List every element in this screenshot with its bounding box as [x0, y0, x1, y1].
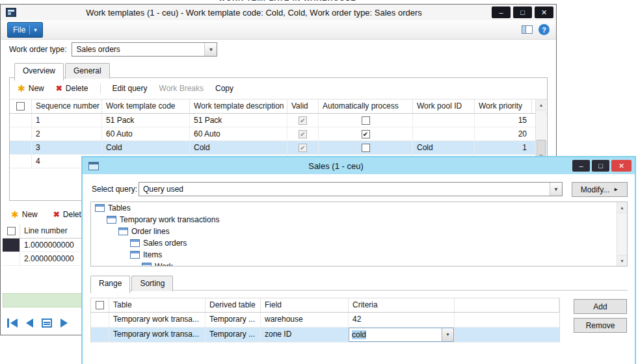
column-header-automatically-process[interactable]: Automatically process — [319, 99, 413, 113]
minimize-button[interactable]: – — [492, 6, 511, 18]
table-row-selected[interactable]: Temporary work transa... Temporary ... z… — [91, 328, 559, 343]
row-selector-cell[interactable] — [3, 239, 20, 252]
table-row-selected[interactable]: 3 Cold Cold ✔ Cold 1 — [10, 141, 547, 155]
scroll-up-icon[interactable]: ▲ — [536, 99, 546, 110]
select-all-cell[interactable] — [10, 99, 32, 113]
tree-item-temporary-work-transactions[interactable]: Temporary work transactions — [91, 214, 627, 226]
cell-criteria: cold ▼ — [349, 328, 455, 342]
tab-range[interactable]: Range — [90, 276, 130, 293]
column-header-derived-table[interactable]: Derived table — [206, 298, 261, 312]
tab-sorting[interactable]: Sorting — [131, 276, 173, 291]
select-all-checkbox[interactable] — [16, 102, 25, 110]
valid-checkbox[interactable]: ✔ — [299, 130, 307, 138]
cell-field[interactable]: warehouse — [261, 313, 349, 327]
scroll-down-icon[interactable]: ▼ — [617, 255, 627, 266]
close-button[interactable]: ✕ — [535, 6, 553, 18]
tree-item-clipped[interactable]: Work ... — [91, 261, 627, 266]
sales-query-dialog: Sales (1 - ceu) – □ ✕ Select query: Quer… — [81, 156, 636, 364]
tree-item-sales-orders[interactable]: Sales orders — [91, 237, 627, 249]
chevron-down-icon: ▾ — [34, 27, 37, 33]
select-all-checkbox[interactable] — [96, 301, 104, 309]
query-structure-tree: Tables Temporary work transactions Order… — [90, 202, 628, 266]
cell-line-number: 1.0000000000 — [20, 239, 85, 252]
work-order-type-row: Work order type: Sales orders ▼ — [9, 42, 217, 57]
title-bar[interactable]: Work templates (1 - ceu) - Work template… — [1, 5, 556, 20]
chevron-down-icon[interactable]: ▼ — [442, 328, 453, 341]
lines-new-button[interactable]: ✱ New — [11, 210, 38, 219]
lines-toolbar: ✱ New ✖ Delete — [11, 206, 86, 223]
divider — [29, 25, 30, 34]
tab-general[interactable]: General — [65, 63, 110, 79]
table-row[interactable]: Temporary work transa... Temporary ... w… — [91, 313, 559, 328]
column-header-line-number[interactable]: Line number — [20, 224, 85, 238]
valid-checkbox[interactable]: ✔ — [299, 116, 307, 125]
new-icon: ✱ — [11, 210, 19, 219]
tab-overview[interactable]: Overview — [14, 63, 64, 81]
cell-table: Temporary work transa... — [109, 328, 206, 342]
column-header-work-priority[interactable]: Work priority — [475, 99, 532, 113]
column-header-valid[interactable]: Valid — [287, 99, 319, 113]
automatically-process-checkbox[interactable]: ✔ — [362, 130, 370, 138]
dialog-maximize-button[interactable]: □ — [592, 160, 609, 172]
select-all-cell[interactable] — [3, 224, 20, 238]
row-selector-cell[interactable] — [10, 127, 32, 140]
edit-query-button[interactable]: Edit query — [113, 84, 148, 93]
tree-item-items[interactable]: Items — [91, 249, 627, 261]
add-button[interactable]: Add — [574, 299, 627, 314]
table-row[interactable]: 2 60 Auto 60 Auto ✔ ✔ 20 — [10, 127, 547, 141]
row-selector-cell[interactable] — [91, 328, 109, 342]
dialog-minimize-button[interactable]: – — [572, 160, 590, 172]
delete-button[interactable]: ✖ Delete — [56, 84, 88, 93]
new-button[interactable]: ✱ New — [18, 84, 44, 93]
row-selector-cell[interactable] — [10, 114, 32, 127]
dialog-tabs: Range Sorting — [90, 276, 628, 291]
cell-line-number: 2.0000000000 — [20, 252, 85, 265]
column-header-work-template-description[interactable]: Work template description — [190, 99, 287, 113]
tree-item-tables[interactable]: Tables — [91, 202, 627, 214]
work-order-type-select[interactable]: Sales orders ▼ — [72, 42, 217, 57]
scroll-up-icon[interactable]: ▲ — [617, 202, 627, 213]
cell-field[interactable]: zone ID — [261, 328, 349, 342]
cell-criteria[interactable]: 42 — [349, 313, 455, 327]
row-selector-cell[interactable] — [10, 155, 32, 168]
row-selector-cell[interactable] — [3, 252, 20, 265]
nav-first-button[interactable] — [7, 318, 18, 328]
automatically-process-checkbox[interactable] — [362, 116, 370, 125]
cell-description: Cold — [190, 141, 287, 154]
tree-item-order-lines[interactable]: Order lines — [91, 226, 627, 237]
nav-next-button[interactable] — [60, 318, 68, 328]
modify-button[interactable]: Modify... ► — [572, 182, 628, 197]
file-menu-button[interactable]: File ▾ — [7, 22, 43, 38]
help-icon[interactable]: ? — [538, 24, 550, 35]
automatically-process-checkbox[interactable] — [362, 144, 370, 152]
nav-previous-button[interactable] — [26, 318, 33, 328]
valid-checkbox[interactable]: ✔ — [299, 144, 307, 152]
copy-button[interactable]: Copy — [215, 84, 233, 93]
main-tabs: Overview General — [14, 63, 111, 78]
select-query-combobox[interactable]: Query used ▼ — [139, 182, 563, 196]
dialog-title-bar[interactable]: Sales (1 - ceu) – □ ✕ — [83, 157, 635, 174]
column-header-field[interactable]: Field — [261, 298, 349, 312]
criteria-combobox[interactable]: cold ▼ — [349, 328, 454, 342]
row-selector-cell[interactable] — [91, 313, 109, 327]
column-header-work-template-code[interactable]: Work template code — [102, 99, 190, 113]
column-header-table[interactable]: Table — [109, 298, 206, 312]
select-all-checkbox[interactable] — [7, 227, 16, 235]
layout-pane-icon[interactable] — [522, 25, 533, 34]
chevron-down-icon: ▼ — [550, 183, 562, 196]
column-header-sequence-number[interactable]: Sequence number — [32, 99, 102, 113]
row-selector-cell[interactable] — [10, 141, 32, 154]
maximize-button[interactable]: □ — [513, 6, 532, 18]
cell-description: 51 Pack — [190, 114, 287, 127]
cell-sequence: 3 — [32, 141, 102, 154]
tree-scrollbar[interactable]: ▲ ▼ — [617, 202, 627, 266]
column-header-work-pool-id[interactable]: Work pool ID — [413, 99, 475, 113]
dialog-close-button[interactable]: ✕ — [611, 160, 631, 172]
cell-work-priority: 15 — [475, 114, 532, 127]
nav-list-button[interactable] — [42, 318, 52, 328]
table-row[interactable]: 1 51 Pack 51 Pack ✔ 15 — [10, 114, 547, 127]
select-all-cell[interactable] — [91, 298, 109, 312]
window-title: Work templates (1 - ceu) - Work template… — [19, 8, 489, 18]
remove-button[interactable]: Remove — [574, 318, 627, 333]
column-header-criteria[interactable]: Criteria — [349, 298, 455, 312]
